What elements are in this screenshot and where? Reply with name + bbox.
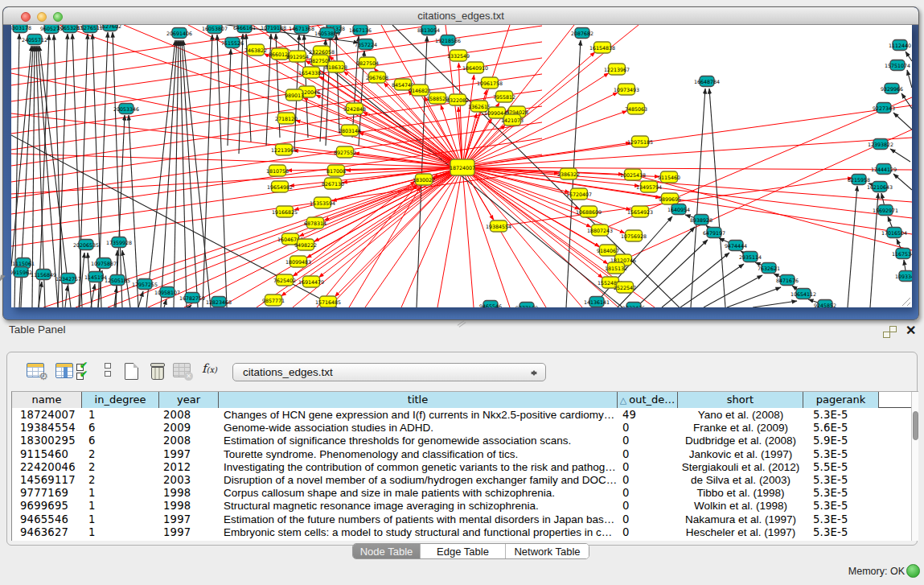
svg-text:12823468: 12823468 [206,299,232,305]
svg-text:10719188: 10719188 [261,25,286,31]
table-row[interactable]: 946362711997Embryonic stem cells: a mode… [12,526,911,539]
svg-text:12975185: 12975185 [627,139,653,145]
window-title: citations_edges.txt [3,10,918,22]
merge-icon[interactable] [105,363,113,379]
window-titlebar[interactable]: citations_edges.txt [3,7,918,25]
svg-text:9777169: 9777169 [515,305,538,308]
column-header-title[interactable]: title [219,392,618,408]
svg-text:1115061: 1115061 [12,261,35,266]
svg-text:18807243: 18807243 [587,228,613,233]
svg-text:1830027: 1830027 [413,177,435,183]
table-row[interactable]: 977716911998Corpus callosum shape and si… [12,487,911,500]
column-header-year[interactable]: year [159,392,219,408]
table-selector-dropdown[interactable]: citations_edges.txt [232,363,546,381]
svg-text:7515526: 7515526 [221,40,244,46]
table-row[interactable]: 1938455462009Genome-wide association stu… [12,422,911,435]
svg-text:16053807: 16053807 [202,26,228,31]
svg-text:17016504: 17016504 [881,230,907,236]
table-row[interactable]: 1830029562008Estimation of significance … [12,435,911,447]
column-header-pagerank[interactable]: pagerank [803,392,879,408]
svg-text:1527602: 1527602 [99,25,121,29]
svg-text:2718120: 2718120 [275,116,298,122]
table-panel-title: Table Panel [9,323,66,336]
svg-text:19166825: 19166825 [272,209,298,215]
tab-node-table[interactable]: Node Table [353,544,420,558]
svg-text:8813054: 8813054 [417,27,440,33]
svg-text:8454749: 8454749 [392,82,414,88]
memory-status-indicator [906,564,920,578]
svg-text:9915962: 9915962 [11,270,32,275]
column-header-in_degree[interactable]: in_degree [82,392,159,408]
table-panel: ⚙ ✔ ✔ f(x) citations_edges.txt namein_de… [6,352,918,546]
scrollbar-thumb[interactable] [913,411,918,440]
svg-text:16154838: 16154838 [589,45,615,51]
svg-text:1588520: 1588520 [426,96,449,101]
svg-text:16543382: 16543382 [298,70,324,76]
function-builder-icon[interactable]: f(x) [202,361,217,376]
column-header-name[interactable]: name [12,392,82,408]
svg-text:8267130: 8267130 [322,181,344,187]
svg-text:10688609: 10688609 [576,209,602,215]
svg-text:18099483: 18099483 [285,259,311,265]
svg-text:15654923: 15654923 [627,209,653,215]
table-row[interactable]: 969969511998Structural magnetic resonanc… [12,500,911,513]
svg-text:1810756: 1810756 [266,168,289,174]
new-document-icon[interactable] [125,363,138,380]
svg-text:9474444: 9474444 [725,243,747,249]
svg-text:23226058: 23226058 [309,49,335,55]
svg-text:12342757: 12342757 [55,276,81,282]
close-panel-icon[interactable]: ✕ [906,323,916,338]
svg-text:7463822: 7463822 [244,47,267,53]
svg-text:17359928: 17359928 [106,240,132,245]
table-row[interactable]: 911546021997Tourette syndrome. Phenomeno… [12,448,911,461]
svg-text:2967608: 2967608 [366,75,388,80]
svg-text:8322082: 8322082 [446,97,469,103]
svg-text:11156849: 11156849 [31,272,56,278]
svg-text:16782759: 16782759 [179,295,205,301]
svg-text:15353594: 15353594 [310,200,335,206]
svg-text:14136141: 14136141 [584,299,610,305]
table-row[interactable]: 1872400712008Changes of HCN gene express… [12,409,911,422]
table-vertical-scrollbar[interactable] [911,392,918,541]
column-header-out_degree[interactable]: △out_de… [618,392,678,408]
svg-text:16053809: 16053809 [314,31,340,36]
table-row[interactable]: 1456911722003Disruption of a novel membe… [12,474,911,487]
network-window: citations_edges.txt 83031782405571296052… [2,6,919,320]
svg-text:1332549: 1332549 [447,53,470,59]
svg-text:1112440: 1112440 [889,43,911,48]
select-rows-icon[interactable]: ✔ ✔ [76,363,96,381]
svg-text:15751074: 15751074 [885,63,910,68]
column-settings-icon[interactable] [55,363,73,378]
splitter-grip[interactable] [457,321,466,327]
tab-network-table[interactable]: Network Table [505,544,589,558]
svg-text:10025438: 10025438 [620,172,646,178]
float-panel-icon[interactable] [883,326,897,338]
table-settings-icon[interactable]: ⚙ [27,363,44,377]
svg-text:12505185: 12505185 [105,278,130,283]
memory-status-label: Memory: OK [848,566,905,577]
table-row[interactable]: 2242004622012Investigating the contribut… [12,461,911,474]
dropdown-arrows-icon [530,366,537,379]
delete-icon[interactable] [150,363,165,380]
svg-text:12213963: 12213963 [271,147,297,153]
svg-text:24055712: 24055712 [22,37,47,43]
svg-text:8303178: 8303178 [11,25,31,31]
svg-text:8186328: 8186328 [325,64,347,70]
svg-text:16648784: 16648784 [694,79,720,84]
svg-text:2803144: 2803144 [339,128,361,134]
svg-text:2087682: 2087682 [571,31,593,36]
svg-text:10975887: 10975887 [91,261,117,266]
svg-text:12444129: 12444129 [871,167,897,172]
svg-text:17957255: 17957255 [132,282,158,287]
svg-text:12213967: 12213967 [604,67,630,72]
svg-text:8912954: 8912954 [286,54,309,60]
tab-edge-table[interactable]: Edge Table [420,544,505,558]
svg-text:2386322: 2386322 [557,171,580,177]
svg-text:9184067: 9184067 [597,248,619,253]
column-header-short[interactable]: short [678,392,803,408]
svg-text:1145194: 1145194 [84,274,107,280]
network-canvas[interactable]: 8303178240557129605275106532871527651215… [11,25,912,307]
svg-text:10973493: 10973493 [614,87,639,93]
table-row[interactable]: 946554611997Estimation of the future num… [12,513,911,526]
svg-text:7357224: 7357224 [355,42,377,47]
